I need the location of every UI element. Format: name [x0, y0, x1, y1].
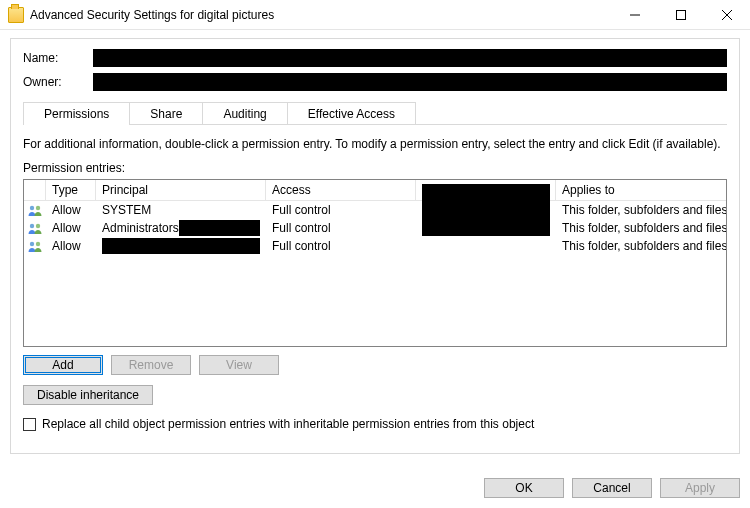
info-text: For additional information, double-click…: [23, 137, 727, 151]
disable-inheritance-button[interactable]: Disable inheritance: [23, 385, 153, 405]
tab-effective-access[interactable]: Effective Access: [287, 102, 416, 125]
principal-redacted: [102, 238, 260, 254]
main-panel: Name: Owner: Permissions Share Auditing …: [10, 38, 740, 454]
window-titlebar: Advanced Security Settings for digital p…: [0, 0, 750, 30]
col-applies[interactable]: Applies to: [556, 180, 726, 200]
table-row[interactable]: AllowAdministratorsFull controlThis fold…: [24, 219, 726, 237]
inherited-redacted: [422, 184, 550, 236]
cell-access: Full control: [266, 202, 416, 218]
add-button[interactable]: Add: [23, 355, 103, 375]
cell-access: Full control: [266, 220, 416, 236]
cell-type: Allow: [46, 202, 96, 218]
svg-point-9: [36, 242, 40, 246]
name-value-redacted: [93, 49, 727, 67]
users-icon: [24, 204, 46, 216]
folder-icon: [8, 7, 24, 23]
cell-inherited: [416, 184, 556, 236]
window-title: Advanced Security Settings for digital p…: [30, 8, 612, 22]
replace-children-checkbox[interactable]: [23, 418, 36, 431]
table-row[interactable]: AllowFull controlThis folder, subfolders…: [24, 237, 726, 255]
tab-permissions[interactable]: Permissions: [23, 102, 130, 125]
svg-point-5: [36, 206, 40, 210]
permission-table[interactable]: Type Principal Access Inherited from App…: [23, 179, 727, 347]
table-header: Type Principal Access Inherited from App…: [24, 180, 726, 201]
replace-children-label: Replace all child object permission entr…: [42, 417, 534, 431]
cell-applies: This folder, subfolders and files: [556, 238, 726, 254]
cell-applies: This folder, subfolders and files: [556, 202, 726, 218]
users-icon: [24, 240, 46, 252]
dialog-footer: OK Cancel Apply: [484, 478, 740, 498]
view-button[interactable]: View: [199, 355, 279, 375]
cancel-button[interactable]: Cancel: [572, 478, 652, 498]
tab-auditing[interactable]: Auditing: [202, 102, 287, 125]
cell-principal: [96, 238, 266, 254]
svg-point-6: [30, 224, 34, 228]
principal-redacted: [179, 220, 260, 236]
owner-value-redacted: [93, 73, 727, 91]
cell-applies: This folder, subfolders and files: [556, 220, 726, 236]
remove-button[interactable]: Remove: [111, 355, 191, 375]
svg-point-8: [30, 242, 34, 246]
minimize-button[interactable]: [612, 0, 658, 29]
name-label: Name:: [23, 51, 93, 65]
table-row[interactable]: AllowSYSTEMFull controlThis folder, subf…: [24, 201, 726, 219]
tab-share[interactable]: Share: [129, 102, 203, 125]
close-button[interactable]: [704, 0, 750, 29]
col-type[interactable]: Type: [46, 180, 96, 200]
svg-point-4: [30, 206, 34, 210]
cell-type: Allow: [46, 220, 96, 236]
cell-principal: Administrators: [96, 220, 266, 236]
svg-point-7: [36, 224, 40, 228]
col-principal[interactable]: Principal: [96, 180, 266, 200]
apply-button[interactable]: Apply: [660, 478, 740, 498]
maximize-button[interactable]: [658, 0, 704, 29]
entries-label: Permission entries:: [23, 161, 727, 175]
owner-label: Owner:: [23, 75, 93, 89]
ok-button[interactable]: OK: [484, 478, 564, 498]
svg-rect-1: [677, 10, 686, 19]
col-access[interactable]: Access: [266, 180, 416, 200]
cell-access: Full control: [266, 238, 416, 254]
cell-principal: SYSTEM: [96, 203, 266, 217]
tabs: Permissions Share Auditing Effective Acc…: [23, 101, 727, 124]
cell-type: Allow: [46, 238, 96, 254]
users-icon: [24, 222, 46, 234]
